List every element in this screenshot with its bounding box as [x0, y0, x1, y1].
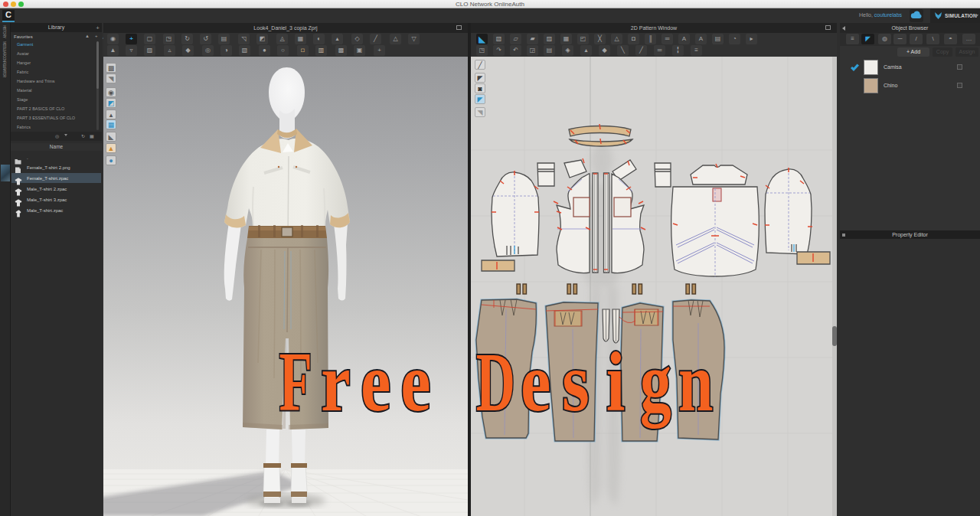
svg-text:MODULAR CONFIGURATOR: MODULAR CONFIGURATOR — [2, 41, 6, 78]
svg-text:HISTORY: HISTORY — [2, 25, 6, 38]
